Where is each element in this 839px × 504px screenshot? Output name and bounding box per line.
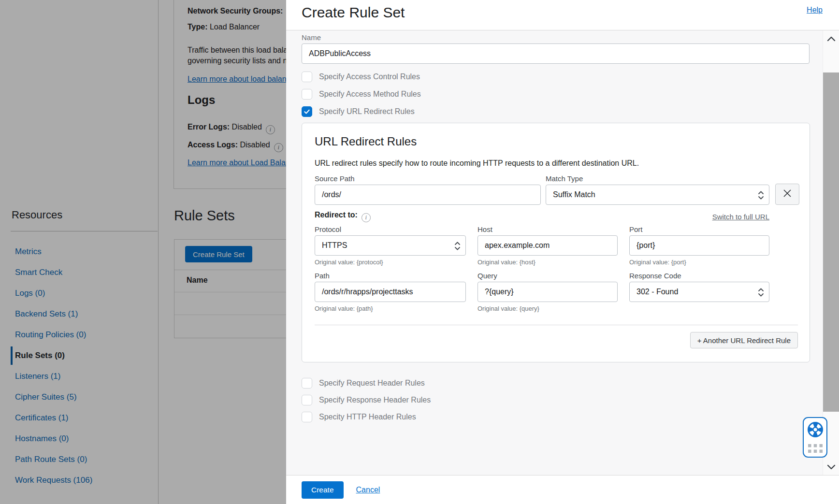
lifebuoy-icon — [806, 420, 825, 441]
select-stepper-icon — [758, 287, 764, 300]
checkbox-specify-access-control-rules[interactable] — [302, 72, 312, 82]
checkbox-row: Specify Access Method Rules — [302, 89, 839, 100]
create-button[interactable]: Create — [302, 481, 344, 499]
protocol-value: HTTPS — [322, 241, 347, 250]
host-label: Host — [477, 225, 618, 233]
response-code-label: Response Code — [629, 272, 769, 280]
select-stepper-icon — [454, 240, 461, 254]
checked-checkbox-specify-url-redirect-rules[interactable] — [302, 106, 312, 117]
host-original-value: Original value: {host} — [477, 259, 618, 266]
checkbox-specify-response-header-rules[interactable] — [302, 395, 312, 405]
match-type-select[interactable]: Suffix Match — [546, 185, 769, 205]
assistance-widget[interactable] — [803, 417, 827, 458]
path-label: Path — [315, 272, 466, 280]
host-input[interactable] — [477, 235, 618, 256]
close-icon — [782, 188, 792, 200]
url-redirect-rules-box: URL Redirect Rules URL redirect rules sp… — [302, 123, 810, 362]
select-stepper-icon — [758, 189, 764, 203]
checkbox-specify-request-header-rules[interactable] — [302, 378, 312, 389]
source-path-input[interactable] — [315, 185, 541, 205]
query-original-value: Original value: {query} — [477, 305, 618, 312]
top-checkbox-group: Specify Access Control RulesSpecify Acce… — [302, 72, 839, 117]
scrollbar-thumb[interactable] — [823, 72, 839, 412]
checkbox-label: Specify Access Method Rules — [319, 90, 421, 99]
source-match-row: Source Path Match Type Suffix Match — [315, 174, 810, 205]
help-link[interactable]: Help — [807, 6, 823, 14]
panel-header: Create Rule Set Help — [286, 0, 839, 30]
redirect-fields-row-1: Protocol HTTPS Original value: {protocol… — [315, 225, 769, 266]
match-type-value: Suffix Match — [553, 190, 595, 199]
response-code-value: 302 - Found — [636, 288, 678, 296]
checkbox-label: Specify Request Header Rules — [319, 379, 425, 388]
cancel-link[interactable]: Cancel — [356, 486, 380, 494]
checkbox-row: Specify Access Control Rules — [302, 72, 839, 82]
grid-dots-icon — [808, 444, 823, 455]
source-path-label: Source Path — [315, 174, 541, 183]
redirect-fields-row-2: Path Original value: {path} Query Origin… — [315, 272, 769, 312]
match-type-label: Match Type — [546, 174, 769, 183]
panel-footer: Create Cancel — [286, 475, 839, 504]
response-code-select[interactable]: 302 - Found — [629, 282, 769, 302]
redirect-to-row: Redirect to:i Switch to full URL — [315, 211, 769, 222]
checkbox-row: Specify Response Header Rules — [302, 395, 839, 405]
query-input[interactable] — [477, 282, 618, 302]
scroll-up-arrow[interactable] — [823, 32, 839, 45]
protocol-label: Protocol — [315, 225, 466, 233]
checkbox-specify-access-method-rules[interactable] — [302, 89, 312, 100]
remove-rule-button[interactable] — [775, 184, 799, 205]
port-original-value: Original value: {port} — [629, 259, 769, 266]
checkbox-label: Specity HTTP Header Rules — [319, 413, 416, 421]
port-input[interactable] — [629, 235, 769, 256]
switch-to-full-url-link[interactable]: Switch to full URL — [712, 213, 769, 221]
checkbox-row: Specify URL Redirect Rules — [302, 106, 839, 117]
panel-title: Create Rule Set — [302, 4, 405, 21]
name-input[interactable] — [302, 43, 810, 64]
scroll-down-arrow[interactable] — [823, 461, 839, 473]
url-redirect-rules-title: URL Redirect Rules — [315, 135, 810, 148]
another-url-redirect-rule-button[interactable]: + Another URL Redirect Rule — [690, 332, 798, 348]
path-input[interactable] — [315, 282, 466, 302]
protocol-select[interactable]: HTTPS — [315, 235, 466, 256]
url-redirect-rules-description: URL redirect rules specify how to route … — [315, 159, 810, 168]
redirect-to-label: Redirect to: — [315, 211, 358, 219]
query-label: Query — [477, 272, 618, 280]
port-label: Port — [629, 225, 769, 233]
checkbox-label: Specify Response Header Rules — [319, 396, 431, 404]
panel-body: Name Specify Access Control RulesSpecify… — [286, 30, 839, 475]
bottom-checkbox-group: Specify Request Header RulesSpecify Resp… — [302, 378, 839, 422]
checkbox-specity-http-header-rules[interactable] — [302, 412, 312, 422]
checkbox-label: Specify URL Redirect Rules — [319, 107, 415, 116]
info-icon[interactable]: i — [362, 213, 371, 222]
create-rule-set-panel: Create Rule Set Help Name Specify Access… — [286, 0, 839, 504]
path-original-value: Original value: {path} — [315, 305, 466, 312]
checkbox-row: Specify Request Header Rules — [302, 378, 839, 389]
name-label: Name — [302, 33, 839, 42]
panel-scrollbar — [823, 30, 839, 475]
checkbox-label: Specify Access Control Rules — [319, 72, 420, 81]
checkbox-row: Specity HTTP Header Rules — [302, 412, 839, 422]
rule-divider — [315, 325, 798, 325]
protocol-original-value: Original value: {protocol} — [315, 259, 466, 266]
